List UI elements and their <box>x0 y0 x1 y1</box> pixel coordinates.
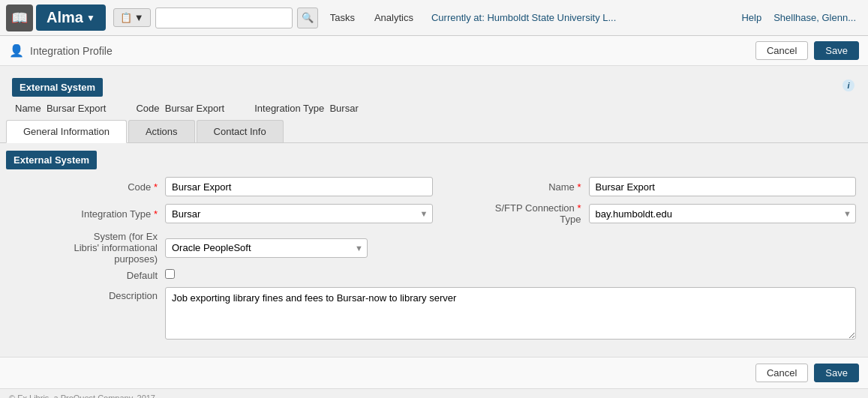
nav-icon-1: 📋 <box>120 12 132 23</box>
logo-icon: 📖 <box>11 10 28 26</box>
form-row-default: Default <box>6 269 862 281</box>
sftp-connection-wrapper: bay.humboldt.edu ▼ <box>589 204 857 223</box>
info-integration-type: Integration Type Bursar <box>254 103 359 114</box>
external-system-banner: External System <box>12 78 103 97</box>
info-icon[interactable]: i <box>842 79 854 91</box>
footer-text: © Ex Libris, a ProQuest Company, 2017 <box>9 394 155 398</box>
bottom-save-button[interactable]: Save <box>814 364 859 382</box>
brand-arrow-icon: ▼ <box>86 13 95 23</box>
description-wrapper: Job exporting library fines and fees to … <box>165 287 856 342</box>
default-checkbox-wrapper <box>165 269 856 281</box>
nav-icon1-arrow: ▼ <box>134 12 144 23</box>
integration-type-label: Integration Type * <box>12 208 162 220</box>
name-label: Name * <box>436 181 586 193</box>
form-row-1: Code * Name * <box>6 177 862 196</box>
tab-actions[interactable]: Actions <box>128 120 195 142</box>
sub-header-actions: Cancel Save <box>755 41 859 60</box>
system-select[interactable]: Oracle PeopleSoft <box>165 238 368 258</box>
info-type-value: Bursar <box>329 103 358 114</box>
analytics-link[interactable]: Analytics <box>365 7 422 28</box>
top-navigation: 📖 Alma ▼ 📋 ▼ 🔍 Tasks Analytics Currently… <box>0 0 868 36</box>
help-link[interactable]: Help <box>741 12 761 23</box>
system-wrapper: Oracle PeopleSoft ▼ <box>165 238 368 258</box>
tab-actions-label: Actions <box>146 126 178 137</box>
nav-icon-button-1[interactable]: 📋 ▼ <box>113 8 151 27</box>
default-checkbox[interactable] <box>165 269 175 279</box>
nav-right: Help Shellhase, Glenn... <box>741 12 856 23</box>
tabs-row: General Information Actions Contact Info <box>0 120 868 143</box>
bottom-action-bar: Cancel Save <box>0 357 868 388</box>
form-area: External System Code * Name * Integratio… <box>0 143 868 349</box>
location-prefix: Currently at: <box>431 12 485 23</box>
app-logo[interactable]: 📖 <box>6 4 33 31</box>
search-input[interactable] <box>155 7 293 28</box>
description-textarea[interactable]: Job exporting library fines and fees to … <box>165 287 856 340</box>
code-label: Code * <box>12 181 162 193</box>
search-button[interactable]: 🔍 <box>297 7 318 28</box>
tab-general-label: General Information <box>23 126 110 137</box>
tab-general-information[interactable]: General Information <box>6 120 127 143</box>
page-title: Integration Profile <box>30 45 113 57</box>
info-name: Name Bursar Export <box>15 103 106 114</box>
tab-contact-info[interactable]: Contact Info <box>197 120 284 142</box>
name-field-wrapper <box>589 177 857 196</box>
default-label: Default <box>12 270 162 281</box>
info-bar: Name Bursar Export Code Bursar Export In… <box>0 97 868 120</box>
info-code-label: Code <box>136 103 159 114</box>
form-section-banner: External System <box>6 151 97 169</box>
info-code-value: Bursar Export <box>165 103 224 114</box>
location-value[interactable]: Humboldt State University L... <box>487 12 616 23</box>
system-label: System (for ExLibris' informationalpurpo… <box>12 231 162 265</box>
analytics-label: Analytics <box>374 12 413 23</box>
form-row-2: Integration Type * Bursar ▼ S/FTP Connec… <box>6 202 862 225</box>
header-cancel-button[interactable]: Cancel <box>755 41 808 60</box>
tasks-link[interactable]: Tasks <box>321 7 364 28</box>
sub-header: 👤 Integration Profile Cancel Save <box>0 36 868 66</box>
sub-header-left: 👤 Integration Profile <box>9 43 113 58</box>
sftp-connection-select[interactable]: bay.humboldt.edu <box>589 204 857 223</box>
info-code: Code Bursar Export <box>136 103 224 114</box>
search-icon: 🔍 <box>302 12 314 23</box>
form-row-description: Description Job exporting library fines … <box>6 287 862 342</box>
code-input[interactable] <box>165 177 433 196</box>
form-row-3: System (for ExLibris' informationalpurpo… <box>6 231 862 265</box>
brand-label: Alma <box>47 9 83 26</box>
integration-type-select[interactable]: Bursar <box>165 204 433 223</box>
nav-links: Tasks Analytics <box>321 7 422 28</box>
name-input[interactable] <box>589 177 857 196</box>
profile-icon: 👤 <box>9 43 24 58</box>
bottom-cancel-button[interactable]: Cancel <box>755 364 808 382</box>
sftp-connection-label: S/FTP Connection * Type <box>436 202 586 225</box>
info-name-value: Bursar Export <box>47 103 106 114</box>
tab-contact-label: Contact Info <box>214 126 266 137</box>
footer: © Ex Libris, a ProQuest Company, 2017 <box>0 388 868 398</box>
info-type-label: Integration Type <box>254 103 324 114</box>
header-save-button[interactable]: Save <box>814 41 859 60</box>
info-name-label: Name <box>15 103 41 114</box>
user-menu[interactable]: Shellhase, Glenn... <box>773 12 856 23</box>
description-label: Description <box>12 287 162 301</box>
alma-brand-button[interactable]: Alma ▼ <box>36 4 106 31</box>
tasks-label: Tasks <box>330 12 355 23</box>
current-location: Currently at: Humboldt State University … <box>422 12 741 23</box>
integration-type-wrapper: Bursar ▼ <box>165 204 433 223</box>
main-content: External System i Name Bursar Export Cod… <box>0 66 868 388</box>
code-field-wrapper <box>165 177 433 196</box>
